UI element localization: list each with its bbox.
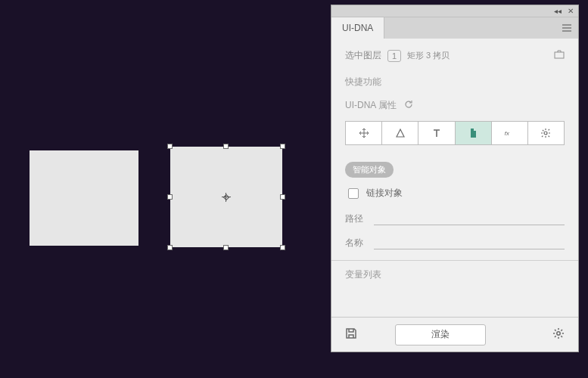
document-icon[interactable]: [456, 122, 492, 144]
close-icon[interactable]: ✕: [568, 7, 574, 15]
shape-rectangle[interactable]: [30, 150, 138, 246]
link-object-checkbox[interactable]: [348, 188, 359, 199]
gear-icon[interactable]: [528, 122, 564, 144]
canvas-area[interactable]: [0, 0, 330, 378]
tab-uidna[interactable]: UI-DNA: [331, 17, 384, 39]
smart-object-pill: 智能对象: [345, 162, 394, 178]
collapse-icon[interactable]: ◂◂: [554, 7, 562, 15]
resize-handle[interactable]: [223, 144, 229, 149]
attributes-title: UI-DNA 属性: [345, 99, 397, 112]
panel-footer: 渲染: [331, 317, 578, 352]
panel-tabs: UI-DNA: [331, 17, 578, 39]
svg-text:fx: fx: [505, 130, 510, 137]
selected-layer-name: 矩形 3 拷贝: [407, 50, 450, 61]
svg-point-2: [544, 132, 547, 135]
resize-handle[interactable]: [280, 245, 285, 250]
resize-handle[interactable]: [280, 144, 285, 149]
attribute-toolbar: fx: [345, 121, 565, 145]
path-field-row: 路径: [345, 212, 565, 225]
selected-count-badge: 1: [387, 50, 401, 62]
name-label: 名称: [345, 237, 368, 249]
selected-layer-row: 选中图层 1 矩形 3 拷贝: [345, 49, 565, 62]
path-input[interactable]: [374, 212, 565, 225]
settings-gear-icon[interactable]: [552, 327, 565, 342]
panel-menu-button[interactable]: [555, 17, 578, 39]
refresh-icon[interactable]: [404, 100, 413, 111]
resize-handle[interactable]: [223, 245, 229, 250]
panel-window-controls: ◂◂ ✕: [331, 5, 578, 17]
save-icon[interactable]: [345, 327, 357, 342]
tab-label: UI-DNA: [342, 23, 373, 33]
render-button-label: 渲染: [431, 328, 450, 341]
svg-point-3: [557, 332, 560, 335]
path-label: 路径: [345, 212, 368, 225]
variable-list-title: 变量列表: [345, 268, 565, 281]
render-button[interactable]: 渲染: [395, 324, 486, 345]
shape-rectangle-selected[interactable]: [170, 147, 282, 247]
resize-handle[interactable]: [280, 194, 285, 200]
selected-layer-label: 选中图层: [345, 49, 381, 62]
move-icon[interactable]: [346, 122, 382, 144]
fx-icon[interactable]: fx: [492, 122, 528, 144]
resize-handle[interactable]: [167, 144, 173, 149]
toolbox-icon[interactable]: [554, 50, 565, 61]
divider: [331, 260, 578, 261]
anchor-point-icon: [222, 193, 231, 202]
name-input[interactable]: [374, 236, 565, 249]
text-icon[interactable]: [418, 122, 455, 144]
link-object-row: 链接对象: [345, 187, 565, 200]
quick-functions-title: 快捷功能: [345, 76, 565, 88]
panel-body: 选中图层 1 矩形 3 拷贝 快捷功能 UI-DNA 属性: [331, 39, 578, 317]
shape-icon[interactable]: [382, 122, 418, 144]
link-object-label: 链接对象: [366, 187, 403, 200]
name-field-row: 名称: [345, 236, 565, 249]
attributes-header: UI-DNA 属性: [345, 99, 565, 112]
resize-handle[interactable]: [167, 245, 173, 250]
resize-handle[interactable]: [167, 194, 173, 200]
plugin-panel: ◂◂ ✕ UI-DNA 选中图层 1 矩形 3 拷贝 快捷功能 UI-DNA 属…: [331, 5, 579, 352]
svg-rect-0: [555, 52, 564, 58]
